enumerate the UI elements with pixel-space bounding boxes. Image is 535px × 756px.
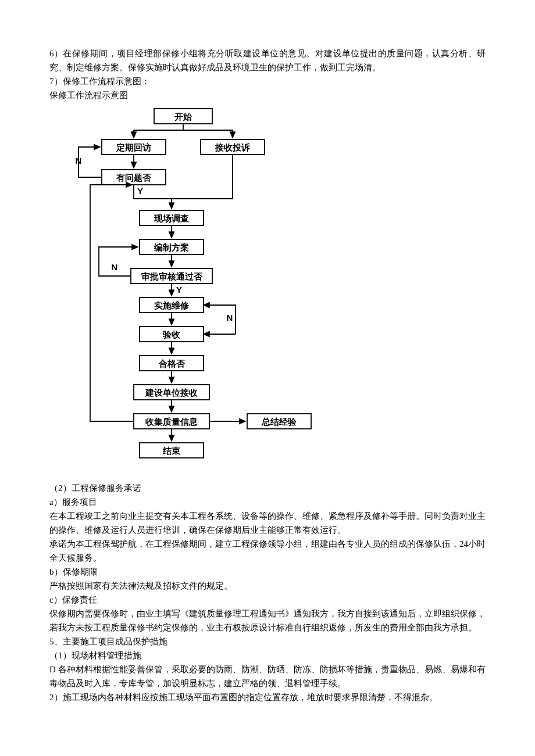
- node-visit: 定期回访: [116, 142, 151, 152]
- section-2b-p1: 严格按照国家有关法律法规及招标文件的规定。: [49, 579, 486, 593]
- section-5-1-title: （1）现场材料管理措施: [49, 648, 486, 662]
- paragraph-7: 7）保修工作流程示意图：: [49, 74, 486, 88]
- section-5-title: 5、主要施工项目成品保护措施: [49, 635, 486, 648]
- node-summary: 总结经验: [261, 417, 297, 427]
- section-5-1-p2: 2）施工现场内各种材料应按施工现场平面布置图的指定位置存放，堆放时要求界限清楚，…: [49, 690, 486, 704]
- node-plan: 编制方案: [154, 242, 189, 252]
- section-2a-p2: 承诺为本工程保驾护航，在工程保修期间，建立工程保修领导小组，组建由各专业人员的组…: [49, 537, 486, 565]
- label-yes-1: Y: [137, 186, 143, 196]
- node-complaint: 接收投诉: [215, 142, 251, 152]
- flowchart-caption: 保修工作流程示意图: [49, 88, 486, 102]
- section-2a-title: a）服务项目: [49, 495, 486, 509]
- section-2b-title: b）保修期限: [49, 565, 486, 579]
- node-investigate: 现场调查: [154, 213, 189, 223]
- node-handover: 建设单位接收: [145, 388, 198, 397]
- node-collect: 收集质量信息: [145, 417, 198, 427]
- node-start: 开始: [174, 112, 192, 121]
- node-has-issue: 有问题否: [116, 173, 152, 182]
- warranty-flowchart: 开始 定期回访 接收投诉 有问题否 N Y 现场调查 编制方案 审批审核通过否 …: [67, 106, 486, 478]
- label-no-1: N: [76, 156, 82, 166]
- paragraph-6: 6）在保修期间，项目经理部保修小组将充分听取建设单位的意见。对建设单位提出的质量…: [49, 46, 486, 74]
- section-5-1-p1: D 各种材料根据性能妥善保管，采取必要的防雨、防潮、防晒、防冻、防损坏等措施，贵…: [49, 662, 486, 690]
- node-inspect: 验收: [162, 329, 181, 339]
- label-no-2: N: [112, 262, 118, 272]
- node-approve: 审批审核通过否: [141, 271, 203, 281]
- section-2c-title: c）保修责任: [49, 593, 486, 607]
- section-2-title: （2）工程保修服务承诺: [49, 481, 486, 495]
- label-yes-2: Y: [176, 285, 182, 295]
- section-2a-p1: 在本工程竣工之前向业主提交有关本工程各系统、设备等的操作、维修、紧急程序及修补等…: [49, 509, 486, 537]
- section-2c-p1: 保修期内需要保修时，由业主填写《建筑质量修理工程通知书》通知我方，我方自接到该通…: [49, 607, 486, 635]
- label-no-3: N: [227, 313, 233, 323]
- node-qualified: 合格否: [158, 359, 186, 368]
- node-end: 结束: [162, 446, 180, 456]
- node-repair: 实施维修: [154, 300, 190, 310]
